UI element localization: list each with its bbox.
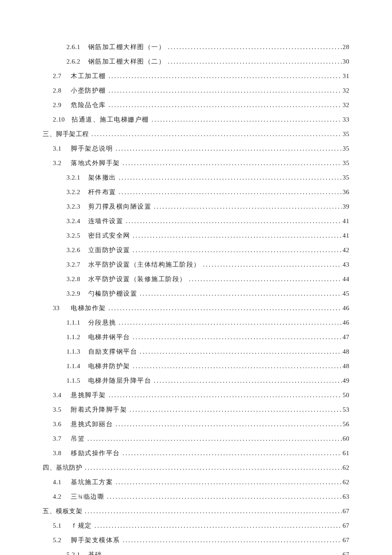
toc-leader-dots xyxy=(133,246,342,255)
toc-entry-page: 46 xyxy=(343,304,349,313)
toc-entry: 3.2.1架体撤出35 xyxy=(43,173,349,182)
toc-entry-title: 水平防护设置（装修施工阶段） xyxy=(88,275,187,284)
toc-leader-dots xyxy=(105,550,342,555)
toc-entry-title: 架体撤出 xyxy=(88,173,116,182)
toc-entry-page: 44 xyxy=(343,275,349,284)
toc-entry-title: 连墙件设置 xyxy=(88,217,124,226)
toc-entry-title: ｆ规定 xyxy=(71,521,92,530)
toc-leader-dots xyxy=(152,115,342,124)
toc-entry-title: 钢筋加工棚大样图（二） xyxy=(88,57,166,66)
toc-entry: 3.2.6立面防护设置42 xyxy=(43,246,349,255)
toc-entry-number: 3.2.9 xyxy=(66,289,81,298)
toc-entry-page: 35 xyxy=(343,159,349,168)
toc-entry-number: 四、基坑防护 xyxy=(43,463,82,472)
toc-leader-dots xyxy=(133,362,342,371)
toc-entry-number: 2.8 xyxy=(53,86,61,95)
toc-entry-number: 4.2 xyxy=(53,492,61,501)
toc-entry-page: 35 xyxy=(343,173,349,182)
toc-entry-title: 脚手架总说明 xyxy=(71,144,113,153)
toc-entry-page: 62 xyxy=(343,463,349,472)
toc-leader-dots xyxy=(85,463,342,472)
toc-leader-dots xyxy=(140,289,342,298)
toc-entry-title: 电梯井随层升降平台 xyxy=(88,376,152,385)
toc-entry-title: 杆件布置 xyxy=(88,188,116,197)
toc-entry-number: 4.1 xyxy=(53,478,61,487)
toc-leader-dots xyxy=(140,347,342,356)
toc-entry-page: 62 xyxy=(343,478,349,487)
toc-entry-page: 56 xyxy=(343,420,349,429)
toc-entry: 3.5附着式升降脚手架53 xyxy=(43,405,349,414)
toc-leader-dots xyxy=(126,217,342,226)
toc-leader-dots xyxy=(133,231,342,240)
toc-entry-page: 39 xyxy=(343,202,349,211)
toc-entry-number: 3.2.7 xyxy=(66,260,81,269)
toc-entry: 2.6.1钢筋加工棚大样图（一）28 xyxy=(43,43,349,52)
toc-entry-title: 电梯井防护架 xyxy=(88,362,130,371)
toc-entry-title: 吊篮 xyxy=(71,434,85,443)
toc-entry-number: 1.1.5 xyxy=(66,376,81,385)
toc-entry: 1.1.5电梯井随层升降平台49 xyxy=(43,376,349,385)
toc-entry-page: 60 xyxy=(343,434,349,443)
toc-entry-page: 48 xyxy=(343,347,349,356)
toc-entry-title: 悬挑脚手架 xyxy=(71,391,106,400)
toc-entry: 33电梯加作架46 xyxy=(43,304,349,313)
toc-entry: 2.8小垄防护棚32 xyxy=(43,86,349,95)
toc-entry-number: 3.6 xyxy=(53,420,61,429)
toc-leader-dots xyxy=(107,492,342,501)
toc-entry-page: 47 xyxy=(343,333,349,342)
toc-leader-dots xyxy=(168,57,342,66)
toc-entry: 3.2.2杆件布置36 xyxy=(43,188,349,197)
toc-entry-number: 2.9 xyxy=(53,101,61,110)
toc-entry-title: 移励式操作平台 xyxy=(71,449,120,458)
toc-entry-number: 三、脚手架工程 xyxy=(43,130,89,139)
toc-entry-title: 木工加工棚 xyxy=(71,72,106,81)
toc-leader-dots xyxy=(154,376,342,385)
table-of-contents: 2.6.1钢筋加工棚大样图（一）282.6.2钢筋加工棚大样图（二）302.7木… xyxy=(43,43,349,555)
toc-entry-page: 45 xyxy=(343,289,349,298)
toc-leader-dots xyxy=(109,72,342,81)
toc-entry-number: 1.1.1 xyxy=(66,318,81,327)
toc-leader-dots xyxy=(203,260,342,269)
toc-entry-number: 5.2 xyxy=(53,536,61,545)
toc-entry: 5.2.1基础67 xyxy=(43,550,349,555)
toc-leader-dots xyxy=(95,521,342,530)
toc-entry-number: 3.2.6 xyxy=(66,246,81,255)
toc-entry: 4.2三¾临边嘶63 xyxy=(43,492,349,501)
toc-entry-page: 46 xyxy=(343,318,349,327)
toc-entry-number: 3.2.2 xyxy=(66,188,81,197)
toc-entry: 2.6.2钢筋加工棚大样图（二）30 xyxy=(43,57,349,66)
toc-entry: 三、脚手架工程35 xyxy=(43,130,349,139)
toc-entry-number: 3.1 xyxy=(53,144,61,153)
toc-entry-page: 49 xyxy=(343,376,349,385)
toc-entry-page: 53 xyxy=(343,405,349,414)
toc-entry-number: 3.2.1 xyxy=(66,173,81,182)
toc-entry-title: 落地式外脚手架 xyxy=(71,159,120,168)
toc-entry-number: 2.10 xyxy=(53,115,65,124)
toc-entry-title: 剪刀撑及横向陋设置 xyxy=(88,202,152,211)
toc-entry: 3.6悬挑式卸丽台56 xyxy=(43,420,349,429)
toc-leader-dots xyxy=(154,202,342,211)
toc-entry-page: 33 xyxy=(343,115,349,124)
toc-entry: 3.2.9勺榛防护棚设置45 xyxy=(43,289,349,298)
toc-entry: 3.2.4连墙件设置41 xyxy=(43,217,349,226)
toc-entry: 3.2.8水平防护设置（装修施工阶段）44 xyxy=(43,275,349,284)
toc-entry-page: 67 xyxy=(343,550,349,555)
toc-entry: 2.9危险品仓库32 xyxy=(43,101,349,110)
toc-leader-dots xyxy=(109,304,342,313)
toc-entry-page: 36 xyxy=(343,188,349,197)
toc-entry-page: 67 xyxy=(343,536,349,545)
toc-entry: 五、模板支架67 xyxy=(43,507,349,516)
toc-entry: 5.2脚手架支模体系67 xyxy=(43,536,349,545)
toc-entry: 3.7吊篮60 xyxy=(43,434,349,443)
toc-entry-page: 43 xyxy=(343,260,349,269)
toc-entry-number: 5.1 xyxy=(53,521,61,530)
toc-entry-number: 2.6.2 xyxy=(66,57,81,66)
toc-entry-page: 30 xyxy=(343,57,349,66)
toc-entry-number: 2.7 xyxy=(53,72,61,81)
toc-entry-title: 水平防护设置（主体结构施工阶段） xyxy=(88,260,201,269)
toc-entry-number: 3.2.3 xyxy=(66,202,81,211)
toc-leader-dots xyxy=(119,188,342,197)
toc-entry: 3.2落地式外脚手架35 xyxy=(43,159,349,168)
toc-entry-title: 小垄防护棚 xyxy=(71,86,106,95)
toc-entry-page: 61 xyxy=(343,449,349,458)
